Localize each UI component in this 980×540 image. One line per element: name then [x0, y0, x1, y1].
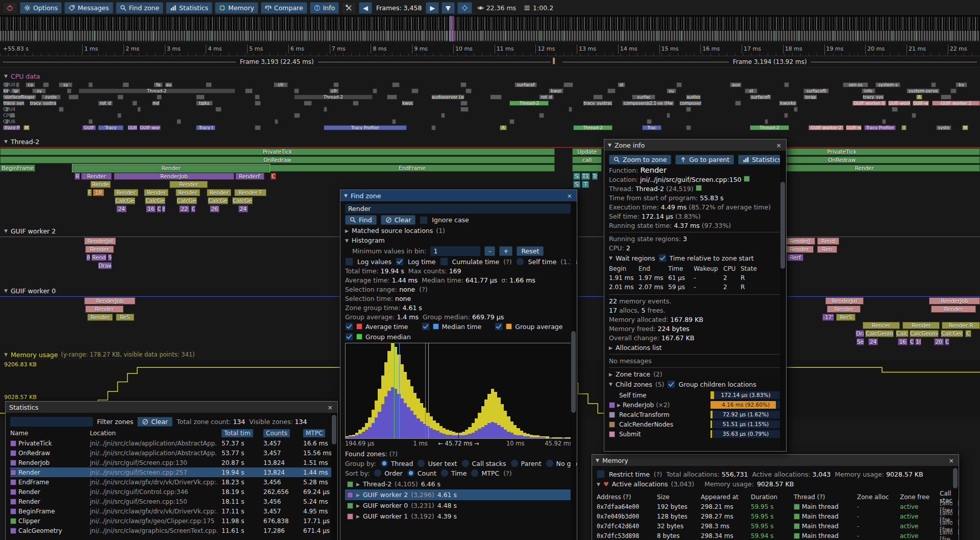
- timeline-zone[interactable]: [245, 88, 253, 93]
- timeline-zone[interactable]: [255, 125, 261, 130]
- statistics-table-header[interactable]: Name Location Total tim Counts MTPC: [10, 428, 333, 438]
- timeline-zone[interactable]: F: [87, 189, 92, 196]
- timeline-zone[interactable]: Trac: [642, 125, 662, 130]
- search-input[interactable]: Render: [345, 204, 572, 214]
- scrollbar[interactable]: [780, 151, 786, 451]
- wait-regions-row[interactable]: ▼Wait regionsTime relative to zone start: [609, 254, 781, 262]
- timeline-zone[interactable]: audioserver (audio: [431, 95, 464, 100]
- timeline-zone[interactable]: Sel: [856, 338, 864, 345]
- legend-checkbox[interactable]: [345, 322, 353, 331]
- memory-titlebar[interactable]: ▼ Memory ×: [592, 455, 959, 466]
- timeline-zone[interactable]: 26: [210, 205, 219, 213]
- timeline-zone[interactable]: [892, 107, 898, 112]
- child-zone-row[interactable]: CalcRenderNodes 51.51 µs (1.15%): [609, 419, 781, 429]
- timeline-zone[interactable]: su: [667, 88, 676, 93]
- timeline-zone[interactable]: BeginFrame: [0, 165, 35, 172]
- timeline-zone[interactable]: GUIF-work: [888, 101, 911, 106]
- timeline-zone[interactable]: 8: [86, 254, 90, 261]
- collapse-icon[interactable]: ▶: [356, 482, 360, 487]
- timeline-zone[interactable]: kworke: [779, 101, 797, 106]
- timeline-zone[interactable]: S: [573, 181, 580, 188]
- collapse-icon[interactable]: ▼: [4, 228, 8, 233]
- frame-segment[interactable]: Frame 3,194 (13.92 ms): [562, 56, 977, 67]
- filter-zones-input[interactable]: [10, 417, 93, 427]
- timeline-zone[interactable]: RenderJol: [84, 238, 115, 245]
- next-frame-button[interactable]: ▶: [426, 2, 439, 14]
- min-bin-input[interactable]: 1: [430, 246, 480, 256]
- timeline-zone[interactable]: Thread-2: [294, 95, 373, 100]
- timeline-zone[interactable]: [206, 82, 212, 87]
- zone-thread[interactable]: Thread: Thread-2 (24,519): [609, 185, 781, 193]
- timeline-zone[interactable]: CalcGeo: [208, 197, 228, 204]
- timeline-zone[interactable]: Render: [114, 189, 138, 196]
- timeline-zone[interactable]: Render: [85, 306, 124, 313]
- close-icon[interactable]: ×: [775, 142, 782, 149]
- timeline-zone[interactable]: [569, 107, 573, 112]
- timeline-zone[interactable]: CalcGeo: [941, 330, 963, 337]
- timeline-zone[interactable]: surfacefl: [750, 95, 771, 100]
- collapse-icon[interactable]: ▼: [609, 382, 612, 387]
- timeline-zone[interactable]: T: [582, 181, 589, 188]
- radio-option[interactable]: Parent: [510, 459, 542, 467]
- timeline-zone[interactable]: Draw: [98, 262, 112, 269]
- timeline-zone[interactable]: [304, 101, 311, 106]
- timeline-zone[interactable]: T1: [581, 173, 590, 180]
- power-button[interactable]: [3, 2, 17, 14]
- clear-filter-button[interactable]: Clear: [137, 417, 173, 427]
- histogram-section-row[interactable]: ▼Histogram: [345, 237, 572, 244]
- timeline-zone[interactable]: CalcGeo: [145, 197, 165, 204]
- timeline-zone[interactable]: M: [962, 125, 968, 130]
- memory-button[interactable]: Memory: [215, 2, 258, 14]
- timeline-zone[interactable]: [460, 107, 468, 112]
- timeline-zone[interactable]: [294, 113, 300, 118]
- find-zone-button[interactable]: Find zone: [116, 2, 163, 14]
- timeline-zone[interactable]: st: [745, 88, 757, 93]
- thread2-header[interactable]: ▼Thread-2: [0, 136, 980, 148]
- timeline-zone[interactable]: iorap: [803, 95, 817, 100]
- collapse-icon[interactable]: ▼: [4, 288, 8, 293]
- timeline-zone[interactable]: [68, 95, 78, 100]
- collapse-icon[interactable]: ▼: [344, 193, 348, 198]
- timeline-zone[interactable]: PrivateTick: [0, 148, 555, 155]
- collapse-icon[interactable]: ▼: [608, 143, 611, 148]
- allocation-row[interactable]: 0x7e049b3d00 128 bytes 298.27 ms 59.95 s…: [597, 509, 954, 519]
- timeline-zone[interactable]: GUIF worker 2: [808, 125, 844, 130]
- timeline-zone[interactable]: Render: [72, 165, 270, 172]
- timeline-zone[interactable]: GUIF: [82, 125, 96, 130]
- table-row[interactable]: Clipper jni/../jni/src/claw/gfx/geo/Clip…: [10, 516, 333, 526]
- timeline-zone[interactable]: rot_d: [98, 101, 113, 106]
- timeline-zone[interactable]: rot_d: [539, 95, 554, 100]
- timeline-zone[interactable]: Render: [169, 181, 208, 188]
- timeline-zone[interactable]: GUIF-wor: [139, 125, 161, 130]
- timeline-zone[interactable]: [539, 113, 544, 118]
- timeline-zone[interactable]: GUIF worker 0: [852, 101, 886, 106]
- timeline-zone[interactable]: [765, 119, 769, 124]
- scrollbar-thumb[interactable]: [332, 415, 336, 444]
- timeline-zone[interactable]: [255, 95, 260, 100]
- timeline-zone[interactable]: kwoc: [402, 101, 413, 106]
- radio-option[interactable]: Thread: [380, 459, 413, 467]
- frame-overview-strip[interactable]: [0, 16, 980, 42]
- legend-checkbox[interactable]: [345, 333, 353, 341]
- timeline-zone[interactable]: [593, 95, 603, 100]
- timeline-zone[interactable]: [460, 82, 467, 87]
- timeline-zone[interactable]: Update: [572, 148, 602, 155]
- child-zones-row[interactable]: ▼Child zones(5)Group children locations: [609, 380, 781, 388]
- timeline-zone[interactable]: 9: [108, 254, 112, 261]
- timeline-zone[interactable]: audios: [686, 95, 701, 100]
- timeline-zone[interactable]: Thread-2: [750, 125, 789, 130]
- collapse-icon[interactable]: ▶: [356, 503, 360, 508]
- timeline-zone[interactable]: [88, 119, 93, 124]
- timeline-zone[interactable]: RenderJob: [114, 173, 234, 180]
- timeline-zone[interactable]: C: [910, 338, 915, 345]
- timeline-zone[interactable]: [177, 119, 182, 124]
- timeline-zone[interactable]: syste: [41, 95, 61, 100]
- timeline-zone[interactable]: st: [618, 82, 625, 87]
- legend-checkbox[interactable]: [422, 322, 430, 331]
- timeline-zone[interactable]: Render F: [234, 189, 266, 196]
- collapse-icon[interactable]: ▼: [596, 458, 599, 463]
- timeline-zone[interactable]: [387, 95, 397, 100]
- options-button[interactable]: Options: [20, 2, 62, 14]
- timeline-zone[interactable]: system-s: [875, 82, 901, 87]
- timeline-zone[interactable]: kv: [955, 82, 967, 87]
